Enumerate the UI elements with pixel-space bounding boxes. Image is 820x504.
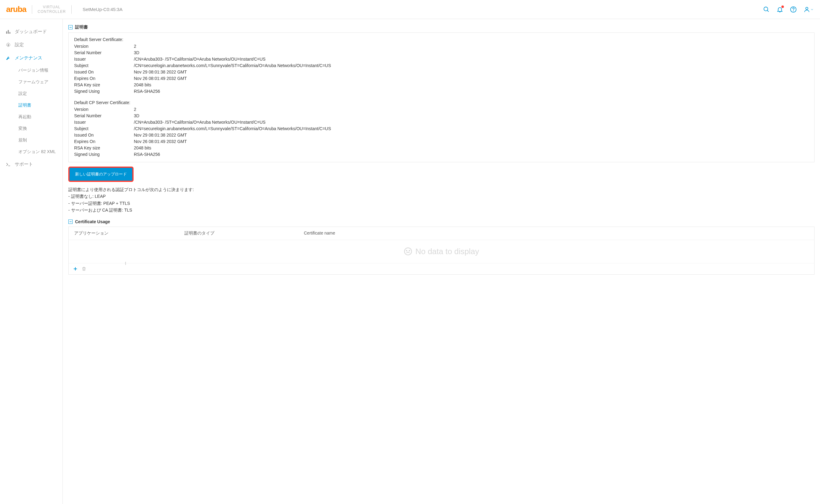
topbar-actions [763,6,814,13]
cert-section-header: − 証明書 [68,24,814,30]
divider [71,5,72,14]
subnav-version[interactable]: バージョン情報 [0,65,62,76]
svg-point-12 [409,250,409,251]
cert-label: Subject [74,62,134,69]
collapse-toggle-icon[interactable]: − [68,25,73,29]
search-icon[interactable] [763,6,770,13]
dashboard-icon [6,29,11,35]
usage-panel: アプリケーション 証明書のタイプ Certificate name No dat… [68,227,814,275]
cert-label: Subject [74,126,134,132]
cert-row: Issued OnNov 29 08:01:38 2022 GMT [74,69,809,75]
cert-row: Subject/CN=securelogin.arubanetworks.com… [74,62,809,69]
cert-row: Serial Number3D [74,113,809,119]
cert-value: 2 [134,106,809,113]
cert-value: 3D [134,113,809,119]
cert-row: Serial Number3D [74,50,809,56]
cert-row: Expires OnNov 26 08:01:49 2032 GMT [74,75,809,82]
usage-table-header: アプリケーション 証明書のタイプ Certificate name [69,227,814,240]
cert-value: 2048 bits [134,82,809,88]
svg-rect-5 [6,31,7,34]
cert-value: /CN=Aruba303- /ST=California/O=Aruba Net… [134,119,809,126]
upload-cert-button[interactable]: 新しい証明書のアップロード [70,168,132,181]
svg-point-8 [8,44,9,46]
cert-row: Expires OnNov 26 08:01:49 2032 GMT [74,138,809,145]
cert-block: Default Server Certificate:Version2Seria… [74,37,809,95]
cert-value: 2 [134,43,809,50]
subnav-reboot[interactable]: 再起動 [0,111,62,123]
cert-value: /CN=securelogin.arubanetworks.com/L=Sunn… [134,62,809,69]
bell-icon[interactable] [777,6,783,13]
wrench-icon [6,55,11,61]
cert-label: RSA Key size [74,145,134,151]
cert-heading: Default Server Certificate: [74,37,809,42]
subnav-cert[interactable]: 証明書 [0,100,62,111]
maintenance-subnav: バージョン情報 ファームウェア 設定 証明書 再起動 変換 規制 オプション 8… [0,65,62,158]
cert-value: Nov 29 08:01:38 2022 GMT [134,132,809,138]
cert-label: Issued On [74,132,134,138]
section-title: 証明書 [75,24,88,30]
cert-row: RSA Key size2048 bits [74,82,809,88]
top-bar: aruba VIRTUAL CONTROLLER SetMeUp-C0:45:3… [0,0,820,19]
sidebar: ダッシュボード 設定 メンテナンス バージョン情報 ファームウェア 設定 証明書… [0,19,63,504]
cert-label: Issuer [74,119,134,126]
cert-label: Serial Number [74,113,134,119]
section-title: Certificate Usage [75,219,110,224]
cert-row: RSA Key size2048 bits [74,145,809,151]
usage-section-header: − Certificate Usage [68,219,814,224]
cert-row: Signed UsingRSA-SHA256 [74,88,809,95]
cert-row: Version2 [74,43,809,50]
cert-row: Signed UsingRSA-SHA256 [74,151,809,158]
cert-label: Issued On [74,69,134,75]
svg-point-11 [406,250,407,251]
cert-row: Version2 [74,106,809,113]
cert-value: RSA-SHA256 [134,88,809,95]
cert-label: Issuer [74,56,134,62]
col-cert-name: Certificate name [304,231,809,236]
user-menu-icon[interactable] [803,6,814,13]
notification-dot [781,6,784,8]
cert-label: Version [74,43,134,50]
cert-value: Nov 29 08:01:38 2022 GMT [134,69,809,75]
subnav-option82[interactable]: オプション 82 XML [0,146,62,158]
svg-point-4 [806,7,808,9]
main-content: ||| − 証明書 Default Server Certificate:Ver… [63,19,820,504]
cert-label: RSA Key size [74,82,134,88]
cert-block: Default CP Server Certificate:Version2Se… [74,100,809,158]
nav-dashboard[interactable]: ダッシュボード [0,25,62,38]
cert-value: 3D [134,50,809,56]
cert-row: Subject/CN=securelogin.arubanetworks.com… [74,126,809,132]
cert-value: Nov 26 08:01:49 2032 GMT [134,138,809,145]
nav-support[interactable]: サポート [0,158,62,171]
cert-value: /CN=securelogin.arubanetworks.com/L=Sunn… [134,126,809,132]
svg-point-3 [793,11,794,11]
app-logo: aruba [6,5,26,14]
terminal-icon [6,162,11,167]
cert-value: 2048 bits [134,145,809,151]
help-icon[interactable] [790,6,797,13]
cert-value: /CN=Aruba303- /ST=California/O=Aruba Net… [134,56,809,62]
collapse-toggle-icon[interactable]: − [68,220,73,224]
cert-label: Expires On [74,75,134,82]
gear-icon [6,42,11,48]
resize-handle[interactable]: ||| [125,261,126,265]
svg-line-1 [767,10,769,12]
cert-label: Serial Number [74,50,134,56]
subnav-firmware[interactable]: ファームウェア [0,76,62,88]
svg-point-10 [404,248,412,255]
nav-maintenance[interactable]: メンテナンス [0,51,62,65]
col-application: アプリケーション [74,231,184,236]
cert-row: Issued OnNov 29 08:01:38 2022 GMT [74,132,809,138]
svg-rect-7 [9,32,10,33]
subnav-config[interactable]: 設定 [0,88,62,100]
help-text: 証明書により使用される認証プロトコルが次のように決まります: - 証明書なし: … [68,186,814,214]
nav-settings[interactable]: 設定 [0,38,62,51]
vc-label: VIRTUAL CONTROLLER [38,5,66,14]
subnav-regulatory[interactable]: 規制 [0,134,62,146]
subnav-convert[interactable]: 変換 [0,123,62,134]
svg-point-0 [764,7,768,11]
chevron-down-icon [810,8,814,11]
col-cert-type: 証明書のタイプ [184,231,304,236]
cert-row: Issuer/CN=Aruba303- /ST=California/O=Aru… [74,56,809,62]
trash-icon[interactable] [81,266,86,271]
add-icon[interactable] [73,266,78,271]
